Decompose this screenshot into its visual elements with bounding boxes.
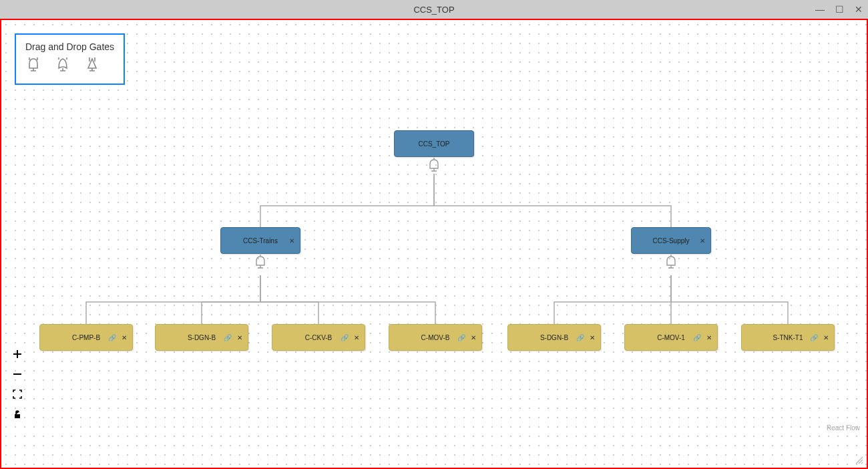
root-gate-symbol-icon xyxy=(427,158,441,175)
diagram-canvas[interactable]: Drag and Drop Gates CCS_TOP xyxy=(0,19,868,469)
fit-view-button[interactable] xyxy=(11,387,24,401)
close-icon[interactable]: ✕ xyxy=(237,334,242,341)
window-controls: — ☐ ✕ xyxy=(815,0,863,19)
node-leaf-label: S-TNK-T1 xyxy=(742,334,834,341)
window-title: CCS_TOP xyxy=(413,5,454,15)
zoom-in-button[interactable] xyxy=(11,347,24,361)
kofn-gate-icon[interactable] xyxy=(84,57,100,78)
attribution-label: React Flow xyxy=(827,424,860,432)
node-ccs-trains-label: CCS-Trains xyxy=(221,237,300,245)
node-leaf-label: C-PMP-B xyxy=(40,334,132,341)
node-ccs-supply[interactable]: CCS-Supply ✕ xyxy=(631,227,711,254)
trains-gate-symbol-icon xyxy=(254,255,267,272)
link-icon[interactable]: 🔗 xyxy=(457,334,465,341)
window-titlebar: CCS_TOP — ☐ ✕ xyxy=(0,0,868,19)
node-leaf-label: C-MOV-1 xyxy=(625,334,717,341)
link-icon[interactable]: 🔗 xyxy=(108,334,116,341)
link-icon[interactable]: 🔗 xyxy=(576,334,584,341)
node-c-mov-b[interactable]: C-MOV-B 🔗 ✕ xyxy=(389,324,482,351)
zoom-out-button[interactable] xyxy=(11,367,24,381)
canvas-controls xyxy=(11,347,24,421)
node-c-ckv-b[interactable]: C-CKV-B 🔗 ✕ xyxy=(272,324,365,351)
lock-toggle-button[interactable] xyxy=(11,408,24,421)
window-maximize-button[interactable]: ☐ xyxy=(835,4,844,15)
close-icon[interactable]: ✕ xyxy=(706,334,712,341)
close-icon[interactable]: ✕ xyxy=(823,334,829,341)
node-c-pmp-b[interactable]: C-PMP-B 🔗 ✕ xyxy=(39,324,133,351)
close-icon[interactable]: ✕ xyxy=(700,237,705,245)
link-icon[interactable]: 🔗 xyxy=(224,334,232,341)
node-leaf-label: S-DGN-B xyxy=(156,334,248,341)
node-leaf-label: C-MOV-B xyxy=(389,334,481,341)
or-gate-icon[interactable] xyxy=(55,57,71,78)
gate-palette: Drag and Drop Gates xyxy=(15,33,125,85)
close-icon[interactable]: ✕ xyxy=(471,334,476,341)
close-icon[interactable]: ✕ xyxy=(122,334,127,341)
close-icon[interactable]: ✕ xyxy=(354,334,359,341)
link-icon[interactable]: 🔗 xyxy=(810,334,818,341)
close-icon[interactable]: ✕ xyxy=(289,237,294,245)
node-s-dgn-b-2[interactable]: S-DGN-B 🔗 ✕ xyxy=(507,324,601,351)
link-icon[interactable]: 🔗 xyxy=(341,334,349,341)
node-root[interactable]: CCS_TOP xyxy=(394,130,474,157)
node-s-dgn-b[interactable]: S-DGN-B 🔗 ✕ xyxy=(155,324,248,351)
link-icon[interactable]: 🔗 xyxy=(693,334,701,341)
resize-handle-icon[interactable] xyxy=(855,456,864,465)
edge-layer xyxy=(1,20,867,468)
node-ccs-trains[interactable]: CCS-Trains ✕ xyxy=(220,227,300,254)
node-leaf-label: C-CKV-B xyxy=(272,334,365,341)
supply-gate-symbol-icon xyxy=(664,255,678,272)
node-root-label: CCS_TOP xyxy=(395,140,473,148)
node-s-tnk-t1[interactable]: S-TNK-T1 🔗 ✕ xyxy=(741,324,835,351)
and-gate-icon[interactable] xyxy=(25,57,41,78)
node-leaf-label: S-DGN-B xyxy=(508,334,600,341)
palette-title: Drag and Drop Gates xyxy=(25,41,114,52)
node-ccs-supply-label: CCS-Supply xyxy=(632,237,710,245)
close-icon[interactable]: ✕ xyxy=(590,334,595,341)
window-close-button[interactable]: ✕ xyxy=(855,4,863,15)
node-c-mov-1[interactable]: C-MOV-1 🔗 ✕ xyxy=(624,324,718,351)
window-minimize-button[interactable]: — xyxy=(815,4,825,15)
